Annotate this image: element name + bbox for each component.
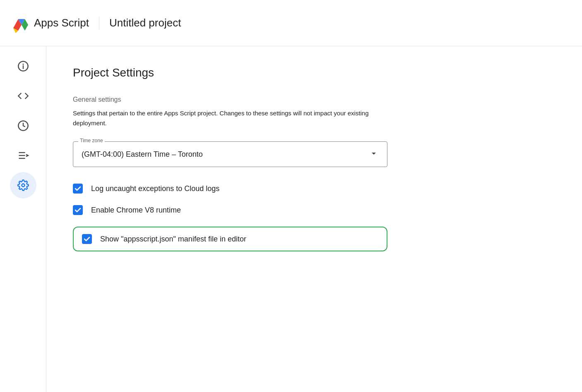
sidebar <box>0 46 46 392</box>
header-divider <box>99 17 99 30</box>
app-title: Apps Script <box>34 17 89 29</box>
apps-script-logo <box>10 13 30 33</box>
timezone-value: (GMT-04:00) Eastern Time – Toronto <box>82 150 203 159</box>
section-description: Settings that pertain to the entire Apps… <box>73 108 387 128</box>
timezone-field[interactable]: Time zone (GMT-04:00) Eastern Time – Tor… <box>73 141 387 167</box>
clock-icon <box>17 120 29 131</box>
executions-icon <box>17 150 29 161</box>
main-layout: Project Settings General settings Settin… <box>0 46 582 392</box>
general-settings-section: General settings Settings that pertain t… <box>73 96 556 128</box>
content-area: Project Settings General settings Settin… <box>46 46 582 392</box>
info-icon <box>17 60 29 72</box>
sidebar-item-editor[interactable] <box>10 83 36 109</box>
chevron-down-icon <box>369 148 379 160</box>
logo-area: Apps Script <box>10 13 89 33</box>
checkmark-icon <box>75 207 81 213</box>
checkbox-show-manifest-label: Show "appsscript.json" manifest file in … <box>100 235 246 244</box>
checkbox-list: Log uncaught exceptions to Cloud logs En… <box>73 184 556 251</box>
checkbox-show-manifest-box <box>82 234 92 244</box>
code-icon <box>17 90 29 102</box>
page-title: Project Settings <box>73 66 556 79</box>
checkbox-log-exceptions-box <box>73 184 83 194</box>
project-title: Untitled project <box>109 17 181 29</box>
sidebar-item-settings[interactable] <box>10 172 36 198</box>
checkbox-show-manifest[interactable]: Show "appsscript.json" manifest file in … <box>73 227 387 251</box>
checkmark-icon <box>75 185 81 192</box>
sidebar-item-info[interactable] <box>10 53 36 79</box>
header: Apps Script Untitled project <box>0 0 582 46</box>
timezone-label: Time zone <box>78 138 105 143</box>
section-title: General settings <box>73 96 556 103</box>
checkbox-chrome-v8[interactable]: Enable Chrome V8 runtime <box>73 205 387 215</box>
checkmark-icon <box>84 236 90 242</box>
sidebar-item-executions[interactable] <box>10 142 36 169</box>
timezone-select[interactable]: (GMT-04:00) Eastern Time – Toronto <box>82 148 379 160</box>
checkbox-log-exceptions[interactable]: Log uncaught exceptions to Cloud logs <box>73 184 387 194</box>
checkbox-log-exceptions-label: Log uncaught exceptions to Cloud logs <box>91 184 219 193</box>
checkbox-chrome-v8-label: Enable Chrome V8 runtime <box>91 206 181 215</box>
svg-point-7 <box>22 184 24 187</box>
checkbox-chrome-v8-box <box>73 205 83 215</box>
gear-icon <box>17 179 29 191</box>
sidebar-item-triggers[interactable] <box>10 112 36 139</box>
